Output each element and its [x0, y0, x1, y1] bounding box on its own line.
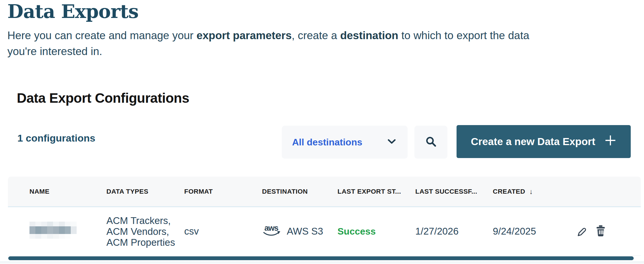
section-heading: Data Export Configurations [17, 90, 189, 106]
pencil-icon [575, 225, 588, 238]
horizontal-scrollbar-track[interactable] [8, 256, 641, 261]
redacted-name-blur [29, 230, 77, 241]
table-header-row: NAME DATA TYPES FORMAT DESTINATION LAST … [8, 177, 641, 207]
cell-name [29, 222, 106, 241]
page-subtitle: Here you can create and manage your expo… [7, 28, 532, 59]
aws-logo-text: aws [264, 224, 278, 233]
subtitle-text: Here you can create and manage your [7, 29, 197, 41]
subtitle-text: you're interested in. [7, 45, 102, 57]
cell-created: 9/24/2025 [493, 226, 574, 237]
column-header-last-export-status[interactable]: LAST EXPORT ST... [337, 188, 415, 195]
aws-logo-icon: aws [262, 223, 281, 240]
data-exports-page: Data Exports Here you can create and man… [0, 0, 644, 264]
subtitle-em-destination: destination [340, 29, 398, 41]
cell-last-successful: 1/27/2026 [415, 226, 493, 237]
column-header-format[interactable]: FORMAT [184, 188, 262, 195]
search-button[interactable] [414, 126, 447, 159]
column-header-created[interactable]: CREATED ↓ [493, 187, 574, 196]
plus-icon [604, 134, 617, 149]
table-row: ACM Trackers, ACM Vendors, ACM Propertie… [8, 207, 641, 256]
column-header-destination[interactable]: DESTINATION [262, 188, 337, 195]
horizontal-scrollbar-thumb[interactable] [8, 256, 634, 260]
subtitle-text: to which to export the data [398, 29, 529, 41]
create-export-button[interactable]: Create a new Data Export [457, 125, 631, 158]
subtitle-text: , create a [292, 29, 340, 41]
cell-format: csv [184, 226, 262, 237]
destination-label: AWS S3 [287, 226, 323, 237]
cell-actions [574, 223, 641, 240]
chevron-down-icon [388, 139, 396, 145]
subtitle-em-export-parameters: export parameters [197, 29, 292, 41]
cell-data-types: ACM Trackers, ACM Vendors, ACM Propertie… [106, 215, 179, 248]
configurations-count: 1 configurations [17, 132, 95, 144]
column-header-name[interactable]: NAME [29, 188, 106, 195]
cell-last-export-status: Success [337, 226, 415, 237]
trash-icon [595, 225, 607, 238]
destination-filter-value: All destinations [292, 137, 362, 148]
search-icon [424, 135, 438, 150]
column-header-data-types[interactable]: DATA TYPES [106, 188, 184, 195]
page-title: Data Exports [7, 1, 139, 22]
edit-button[interactable] [574, 223, 589, 240]
export-configurations-table: NAME DATA TYPES FORMAT DESTINATION LAST … [8, 177, 641, 261]
destination-filter-dropdown[interactable]: All destinations [282, 126, 408, 159]
cell-destination: aws AWS S3 [262, 223, 337, 240]
page-bottom-divider [0, 261, 644, 264]
column-header-last-successful[interactable]: LAST SUCCESSF... [415, 188, 493, 195]
sort-descending-icon: ↓ [529, 187, 533, 196]
delete-button[interactable] [594, 223, 608, 240]
create-export-button-label: Create a new Data Export [471, 136, 595, 147]
